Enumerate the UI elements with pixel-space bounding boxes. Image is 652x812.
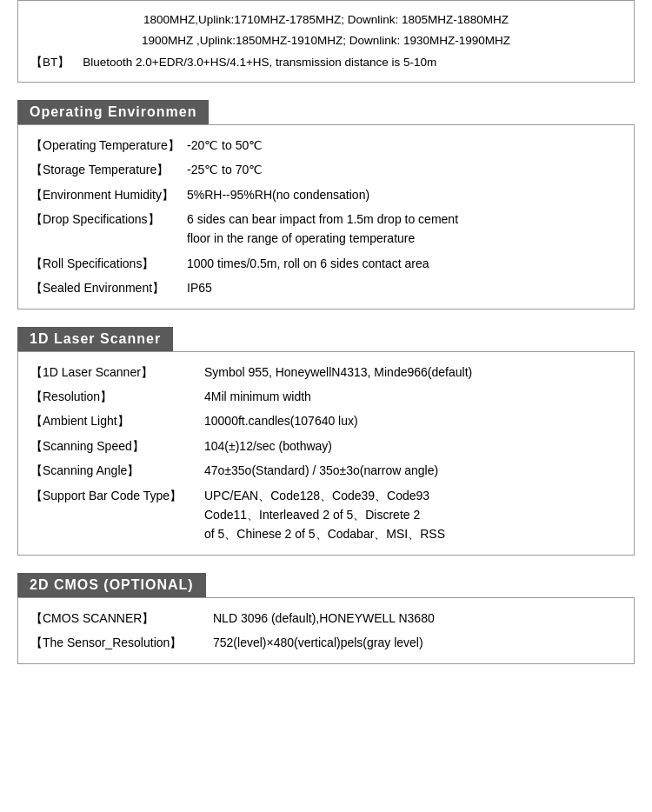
spec-label-resolution: 【Resolution】 bbox=[30, 387, 204, 406]
spec-row-1d: 【1D Laser Scanner】 Symbol 955, Honeywell… bbox=[30, 363, 622, 382]
cmos-header: 2D CMOS (OPTIONAL) bbox=[17, 573, 206, 597]
spec-value-scanning-speed: 104(±)12/sec (bothway) bbox=[204, 436, 622, 456]
spec-row-roll: 【Roll Specifications】 1000 times/0.5m, r… bbox=[30, 254, 622, 273]
spec-row-drop: 【Drop Specifications】 6 sides can bear i… bbox=[30, 210, 622, 249]
spec-row-resolution: 【Resolution】 4Mil minimum width bbox=[30, 387, 622, 406]
spec-row-cmos-scanner: 【CMOS SCANNER】 NLD 3096 (default),HONEYW… bbox=[30, 609, 622, 628]
spec-value-sealed: IP65 bbox=[187, 278, 622, 297]
spec-value-storage: -25℃ to 70℃ bbox=[187, 160, 622, 179]
spec-value-scanning-angle: 47o±35o(Standard) / 35o±3o(narrow angle) bbox=[204, 461, 622, 480]
cmos-section: 2D CMOS (OPTIONAL) 【CMOS SCANNER】 NLD 30… bbox=[0, 573, 652, 664]
spec-label-scanning-angle: 【Scanning Angle】 bbox=[30, 461, 204, 480]
page-wrapper: 1800MHZ,Uplink:1710MHZ-1785MHZ; Downlink… bbox=[0, 0, 652, 664]
freq-table: 1800MHZ,Uplink:1710MHZ-1785MHZ; Downlink… bbox=[17, 0, 635, 83]
spec-value-drop: 6 sides can bear impact from 1.5m drop t… bbox=[187, 210, 622, 249]
operating-env-header: Operating Environmen bbox=[17, 100, 209, 124]
operating-env-content: 【Operating Temperature】 -20℃ to 50℃ 【Sto… bbox=[17, 124, 635, 309]
freq-line2: 1900MHZ ,Uplink:1850MHZ-1910MHZ; Downlin… bbox=[30, 30, 622, 51]
spec-value-temp: -20℃ to 50℃ bbox=[187, 136, 622, 155]
spec-row-sensor-res: 【The Sensor_Resolution】 752(level)×480(v… bbox=[30, 633, 622, 652]
spec-value-sensor-res: 752(level)×480(vertical)pels(gray level) bbox=[213, 633, 622, 652]
cmos-header-wrap: 2D CMOS (OPTIONAL) bbox=[17, 573, 635, 597]
laser-scanner-header: 1D Laser Scanner bbox=[17, 327, 173, 351]
freq-line1: 1800MHZ,Uplink:1710MHZ-1785MHZ; Downlink… bbox=[30, 10, 622, 30]
laser-scanner-section: 1D Laser Scanner 【1D Laser Scanner】 Symb… bbox=[0, 327, 652, 556]
spec-label-drop: 【Drop Specifications】 bbox=[30, 210, 187, 229]
spec-row-barcode: 【Support Bar Code Type】 UPC/EAN、Code128、… bbox=[30, 486, 622, 544]
spec-row-ambient: 【Ambient Light】 10000ft.candles(107640 l… bbox=[30, 411, 622, 430]
spec-value-roll: 1000 times/0.5m, roll on 6 sides contact… bbox=[187, 254, 622, 273]
spec-label-ambient: 【Ambient Light】 bbox=[30, 411, 204, 430]
spec-label-storage: 【Storage Temperature】 bbox=[30, 160, 187, 179]
spec-row-scanning-angle: 【Scanning Angle】 47o±35o(Standard) / 35o… bbox=[30, 461, 622, 480]
bt-row: 【BT】 Bluetooth 2.0+EDR/3.0+HS/4.1+HS, tr… bbox=[30, 52, 622, 73]
laser-scanner-header-wrap: 1D Laser Scanner bbox=[17, 327, 635, 351]
spec-label-roll: 【Roll Specifications】 bbox=[30, 254, 187, 273]
spec-row-humidity: 【Environment Humidity】 5%RH--95%RH(no co… bbox=[30, 185, 622, 204]
spec-row-temp: 【Operating Temperature】 -20℃ to 50℃ bbox=[30, 136, 622, 155]
operating-env-header-wrap: Operating Environmen bbox=[17, 100, 635, 124]
spec-label-barcode: 【Support Bar Code Type】 bbox=[30, 486, 204, 505]
spec-value-humidity: 5%RH--95%RH(no condensation) bbox=[187, 185, 622, 204]
spec-value-barcode: UPC/EAN、Code128、Code39、Code93 Code11、Int… bbox=[204, 486, 622, 544]
spec-value-cmos-scanner: NLD 3096 (default),HONEYWELL N3680 bbox=[213, 609, 622, 628]
spec-label-1d: 【1D Laser Scanner】 bbox=[30, 363, 204, 382]
spec-label-scanning-speed: 【Scanning Speed】 bbox=[30, 436, 204, 456]
bt-value: Bluetooth 2.0+EDR/3.0+HS/4.1+HS, transmi… bbox=[83, 56, 436, 69]
spec-row-sealed: 【Sealed Environment】 IP65 bbox=[30, 278, 622, 297]
spec-label-sensor-res: 【The Sensor_Resolution】 bbox=[30, 633, 213, 652]
spec-label-humidity: 【Environment Humidity】 bbox=[30, 185, 187, 204]
spec-value-drop2: floor in the range of operating temperat… bbox=[187, 231, 415, 245]
spec-row-storage: 【Storage Temperature】 -25℃ to 70℃ bbox=[30, 160, 622, 179]
spec-value-resolution: 4Mil minimum width bbox=[204, 387, 622, 406]
spec-label-cmos-scanner: 【CMOS SCANNER】 bbox=[30, 609, 213, 628]
spec-value-ambient: 10000ft.candles(107640 lux) bbox=[204, 411, 622, 430]
spec-label-sealed: 【Sealed Environment】 bbox=[30, 278, 187, 297]
spec-value-1d: Symbol 955, HoneywellN4313, Minde966(def… bbox=[204, 363, 622, 382]
bt-label: 【BT】 bbox=[30, 56, 70, 69]
operating-env-section: Operating Environmen 【Operating Temperat… bbox=[0, 100, 652, 309]
cmos-content: 【CMOS SCANNER】 NLD 3096 (default),HONEYW… bbox=[17, 597, 635, 664]
spec-label-temp: 【Operating Temperature】 bbox=[30, 136, 187, 155]
laser-scanner-content: 【1D Laser Scanner】 Symbol 955, Honeywell… bbox=[17, 351, 635, 556]
spec-row-scanning-speed: 【Scanning Speed】 104(±)12/sec (bothway) bbox=[30, 436, 622, 456]
